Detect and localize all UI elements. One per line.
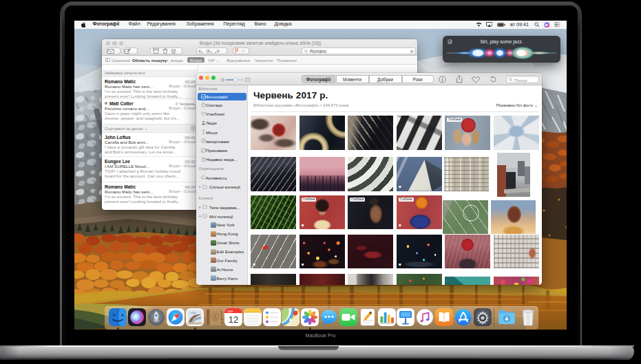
- svg-text:12: 12: [228, 314, 238, 325]
- svg-text:СЕР: СЕР: [227, 310, 233, 313]
